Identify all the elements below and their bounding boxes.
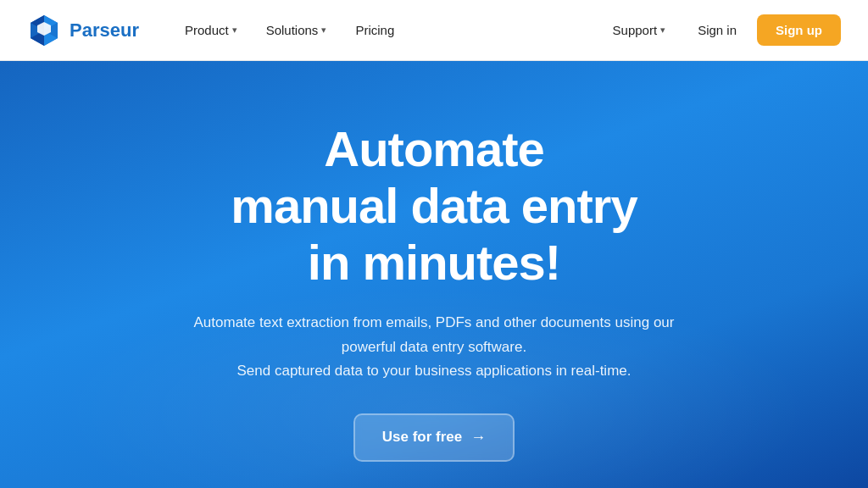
nav-solutions[interactable]: Solutions ▾ [254, 16, 339, 44]
nav-product[interactable]: Product ▾ [173, 16, 249, 44]
logo-link[interactable]: Parseur [27, 14, 139, 47]
navbar: Parseur Product ▾ Solutions ▾ Pricing Su… [0, 0, 868, 61]
nav-links: Product ▾ Solutions ▾ Pricing [173, 16, 601, 44]
nav-pricing[interactable]: Pricing [343, 16, 406, 44]
product-chevron-icon: ▾ [232, 25, 237, 36]
signin-button[interactable]: Sign in [684, 16, 750, 44]
logo-icon [27, 14, 61, 47]
logo-text: Parseur [70, 19, 139, 42]
hero-section: Automate manual data entry in minutes! A… [0, 61, 868, 488]
signup-button[interactable]: Sign up [757, 14, 841, 46]
hero-title: Automate manual data entry in minutes! [231, 121, 637, 291]
nav-support[interactable]: Support ▾ [601, 16, 678, 44]
hero-cta-button[interactable]: Use for free → [353, 413, 515, 462]
arrow-right-icon: → [470, 429, 486, 446]
solutions-chevron-icon: ▾ [321, 25, 326, 36]
nav-right: Support ▾ Sign in Sign up [601, 14, 841, 46]
support-chevron-icon: ▾ [660, 25, 665, 36]
hero-subtitle: Automate text extraction from emails, PD… [194, 311, 675, 382]
